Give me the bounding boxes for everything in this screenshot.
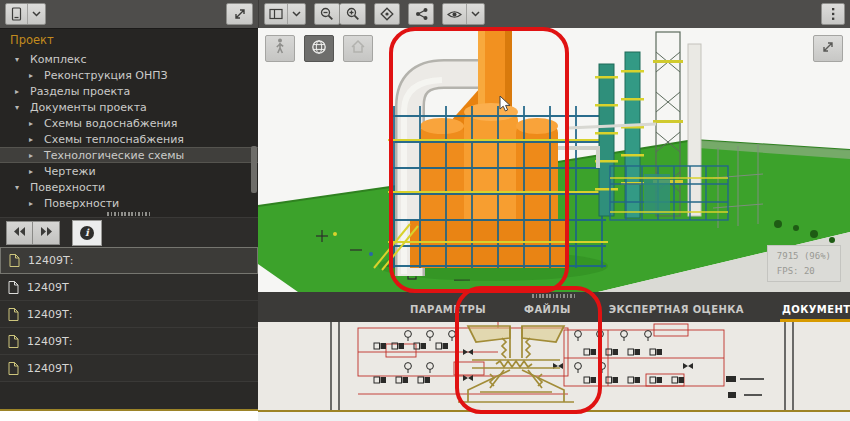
tree-item[interactable]: ▸ Реконструкция ОНПЗ bbox=[0, 67, 258, 83]
file-icon bbox=[8, 362, 19, 375]
document-nav-toolbar: i bbox=[0, 217, 258, 247]
sheet-selector-button[interactable] bbox=[5, 3, 46, 25]
zoom-out-button[interactable] bbox=[314, 3, 340, 25]
panel-tab-bar: ПАРАМЕТРЫ ФАЙЛЫ ЭКСПЕРТНАЯ ОЦЕНКА ДОКУМЕ… bbox=[258, 292, 850, 322]
zoom-out-icon bbox=[320, 7, 334, 21]
document-list-item[interactable]: 12409Т bbox=[0, 274, 258, 301]
3d-viewport[interactable]: 7915 (96%) FPS: 20 bbox=[258, 28, 850, 292]
tree-arrow-icon: ▸ bbox=[12, 87, 22, 96]
tab-label: ФАЙЛЫ bbox=[524, 304, 571, 315]
tree-arrow-icon: ▾ bbox=[12, 103, 22, 112]
sidebar-toolbar bbox=[0, 0, 258, 28]
document-label: 12409Т: bbox=[27, 308, 72, 321]
file-icon bbox=[8, 308, 19, 321]
pid-schematic bbox=[258, 322, 850, 410]
info-icon: i bbox=[80, 226, 94, 240]
document-list-item[interactable]: 12409Т: bbox=[0, 301, 258, 328]
tree-item-label: Документы проекта bbox=[22, 101, 147, 114]
splitter-grip-icon bbox=[107, 212, 151, 216]
tree-item[interactable]: ▸ Технологические схемы bbox=[0, 147, 258, 163]
layout-mode-button[interactable] bbox=[264, 3, 306, 25]
sidebar-splitter[interactable] bbox=[0, 210, 258, 217]
file-icon bbox=[9, 254, 20, 267]
document-list-item[interactable]: 12409Т) bbox=[0, 355, 258, 382]
tree-item-label: Поверхности bbox=[36, 197, 119, 210]
double-chevron-right-icon bbox=[39, 225, 53, 240]
tree-item[interactable]: ▸ Разделы проекта bbox=[0, 83, 258, 99]
sidebar: Проект ▾ Комплекс ▸ Реконструкция ОНПЗ ▸… bbox=[0, 0, 258, 421]
tree-item[interactable]: ▾ Комплекс bbox=[0, 51, 258, 67]
globe-icon bbox=[311, 39, 327, 59]
tree-item[interactable]: ▸ Схемы водоснабжения bbox=[0, 115, 258, 131]
document-sheet-icon bbox=[6, 4, 27, 24]
tab[interactable]: ФАЙЛЫ bbox=[522, 304, 573, 322]
share-icon bbox=[415, 7, 428, 21]
tree-arrow-icon: ▸ bbox=[26, 135, 36, 144]
document-list-item[interactable]: 12409Т: bbox=[0, 328, 258, 355]
viewport-expand-button[interactable] bbox=[813, 35, 843, 62]
next-document-button[interactable] bbox=[33, 221, 60, 245]
sidebar-filler bbox=[0, 382, 258, 409]
chevron-down-icon bbox=[466, 4, 484, 24]
tree-item[interactable]: ▾ Поверхности bbox=[0, 179, 258, 195]
tree-item[interactable]: ▸ Поверхности bbox=[0, 195, 258, 210]
zoom-in-icon bbox=[346, 7, 360, 21]
orbit-mode-button[interactable] bbox=[304, 35, 334, 62]
scrollbar-thumb[interactable] bbox=[251, 146, 257, 193]
zoom-in-button[interactable] bbox=[340, 3, 366, 25]
expand-diagonal-icon bbox=[233, 7, 247, 21]
project-tree-panel: Проект ▾ Комплекс ▸ Реконструкция ОНПЗ ▸… bbox=[0, 28, 258, 210]
double-chevron-left-icon bbox=[13, 225, 27, 240]
schematic-viewer[interactable] bbox=[258, 322, 850, 410]
file-icon bbox=[8, 335, 19, 348]
share-button[interactable] bbox=[408, 3, 434, 25]
viewport-mode-buttons bbox=[265, 35, 373, 62]
tree-arrow-icon: ▸ bbox=[26, 151, 36, 160]
tree-item-label: Схемы теплоснабжения bbox=[36, 133, 184, 146]
tree-item[interactable]: ▸ Схемы теплоснабжения bbox=[0, 131, 258, 147]
project-tree: ▾ Комплекс ▸ Реконструкция ОНПЗ ▸ Раздел… bbox=[0, 51, 258, 210]
tree-item-label: Поверхности bbox=[22, 181, 105, 194]
tree-item[interactable]: ▾ Документы проекта bbox=[0, 99, 258, 115]
tab[interactable]: ДОКУМЕНТ bbox=[780, 304, 850, 322]
document-list: 12409Т: 12409Т 12409Т: 12409Т: bbox=[0, 247, 258, 382]
home-view-button[interactable] bbox=[343, 35, 373, 62]
panel-splitter[interactable] bbox=[532, 294, 576, 298]
tab[interactable]: ЭКСПЕРТНАЯ ОЦЕНКА bbox=[607, 304, 746, 322]
tree-item-label: Комплекс bbox=[22, 53, 87, 66]
document-label: 12409Т: bbox=[27, 335, 72, 348]
more-options-button[interactable] bbox=[821, 3, 845, 25]
tree-item-label: Реконструкция ОНПЗ bbox=[36, 69, 168, 82]
document-label: 12409Т) bbox=[27, 362, 73, 375]
kebab-menu-icon bbox=[831, 7, 835, 21]
prev-document-button[interactable] bbox=[6, 221, 33, 245]
person-walk-icon bbox=[273, 38, 287, 59]
walk-mode-button[interactable] bbox=[265, 35, 295, 62]
document-label: 12409Т bbox=[27, 281, 69, 294]
crosshair-icon bbox=[380, 7, 394, 21]
document-label: 12409Т: bbox=[28, 254, 73, 267]
tree-item[interactable]: ▸ Чертежи bbox=[0, 163, 258, 179]
tree-arrow-icon: ▸ bbox=[26, 167, 36, 176]
tabs: ПАРАМЕТРЫ ФАЙЛЫ ЭКСПЕРТНАЯ ОЦЕНКА ДОКУМЕ… bbox=[408, 304, 850, 322]
project-tree-header: Проект bbox=[0, 29, 258, 51]
fps-counter: FPS: 20 bbox=[777, 264, 831, 278]
info-button[interactable]: i bbox=[72, 220, 102, 246]
tab-label: ДОКУМЕНТ bbox=[782, 304, 850, 315]
sidebar-expand-button[interactable] bbox=[226, 3, 253, 25]
tree-arrow-icon: ▸ bbox=[26, 71, 36, 80]
app-window: Проект ▾ Комплекс ▸ Реконструкция ОНПЗ ▸… bbox=[0, 0, 850, 421]
page-background bbox=[0, 411, 258, 421]
render-stats-box: 7915 (96%) FPS: 20 bbox=[767, 245, 841, 282]
expand-diagonal-icon bbox=[821, 39, 835, 58]
focus-selection-button[interactable] bbox=[374, 3, 400, 25]
document-list-item[interactable]: 12409Т: bbox=[0, 247, 258, 274]
tree-item-label: Схемы водоснабжения bbox=[36, 117, 177, 130]
triangle-count: 7915 (96%) bbox=[777, 249, 831, 263]
visibility-menu-button[interactable] bbox=[442, 3, 485, 25]
tree-arrow-icon: ▾ bbox=[12, 55, 22, 64]
tab[interactable]: ПАРАМЕТРЫ bbox=[408, 304, 488, 322]
tab-label: ПАРАМЕТРЫ bbox=[410, 304, 486, 315]
viewer-toolbar bbox=[258, 0, 850, 28]
tree-scrollbar[interactable] bbox=[251, 49, 257, 206]
